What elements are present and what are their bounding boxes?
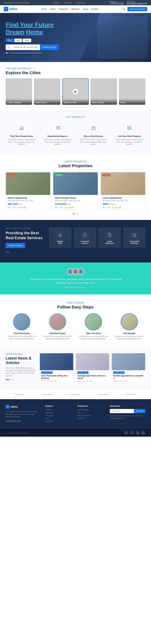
prop-grid: For Sale Interior Appartment 40 Broxan S… [6,172,145,210]
why-icon-3 [88,122,99,133]
nav-pages[interactable]: Pages [50,8,56,10]
footer-newsletter: Newsletter Subscribe 28 Windham Division… [110,405,145,423]
prop-badge-1: For Sale [7,174,15,176]
top-bar-account[interactable]: No Account [76,2,86,4]
search-property-button[interactable]: Search Property [6,243,25,248]
prop-title-3: Luxury Appartment [103,197,143,199]
step-card-1: 01 Find Real Estate Quisley tell us chos… [6,313,38,340]
footer-link-contact[interactable]: Contact Us [45,412,72,414]
top-bar: Welcome to Tolins Real Estate Support Wi… [0,0,151,5]
step-desc-4: Quisley tell us chose adipis ciche belo … [113,335,145,340]
social-twitter[interactable]: t [130,431,134,435]
newsletter-input[interactable] [110,409,134,413]
props-label: Latest Properties [6,160,145,163]
prop-badge-3: For Sale [102,174,110,176]
city-rome-label: Roma / Turkey [91,99,117,105]
footer-link-faq2[interactable]: FAQ [78,412,104,414]
social-facebook[interactable]: f [124,431,128,435]
news-dot-2[interactable] [11,379,14,380]
partners-section: #envato #envato #envato #envato #envato [0,389,151,399]
news-left: News & Blogs Latest News & Articles Lore… [6,353,36,384]
why-icon-2 [52,122,63,133]
why-card-2: Experienced Agents There many variation … [42,119,74,149]
news-title-3: Iterative approaches to corporate f... [113,374,144,380]
news-img-2 [76,353,109,370]
footer-link-add[interactable]: Add Properties [78,409,104,411]
nav-news[interactable]: News [83,8,88,10]
tab-buy[interactable]: Buy [6,38,14,42]
news-section: News & Blogs Latest News & Articles Lore… [0,348,151,389]
search-input[interactable] [12,44,40,50]
search-button[interactable]: Search Property [40,44,59,50]
social-googleplus[interactable]: g+ [141,431,145,435]
nav-properties[interactable]: Properties [59,8,68,10]
social-linkedin[interactable]: in [135,431,140,435]
footer-link-faq[interactable]: FAQ [45,418,72,419]
why-title-4: List Your Own Property [115,135,143,137]
footer-link-news[interactable]: Newsroom [45,420,72,422]
prop-address-1: 40 Broxan Street, New York, USA [8,200,48,202]
services-label: What Are You Looking [6,228,43,229]
dot-1[interactable] [73,213,74,214]
footer-link-agents[interactable]: Our Agents [45,415,72,416]
prop-img-1: For Sale [6,172,50,195]
newsletter-button[interactable]: Subscribe [134,409,145,413]
service-card-apt[interactable]: SweetApartment [98,228,121,248]
properties-section: Latest Properties Latest Properties For … [0,155,151,220]
footer-link-pricing[interactable]: Pricing Package [78,415,104,416]
footer-explore-title: Explore [45,405,72,407]
prop-title-1: Interior Appartment [8,197,48,199]
prop-card-1[interactable]: For Sale Interior Appartment 40 Broxan S… [6,172,50,210]
services-right: ModernVillas FurnishedHomes SweetApartme… [49,228,145,248]
top-bar-support[interactable]: Support [53,2,59,4]
cities-title: Explore the Cities [6,70,145,75]
footer-bottom: © Copyright 2022 by ####### f t in g+ [0,429,151,437]
footer-explore: Explore About Us Contact Us Our Agents F… [45,405,72,423]
prop-card-3[interactable]: For Sale Luxury Appartment 40 Broxan Str… [101,172,145,210]
footer-properties-title: Properties [78,405,104,407]
news-card-2[interactable]: 10 Nov, 2017 Leverage agile frame works … [76,353,109,384]
dot-2[interactable] [75,213,76,214]
city-card-dubai[interactable]: Dubai [119,78,145,105]
search-icon[interactable]: 🔍 [122,8,125,10]
news-card-1[interactable]: 10 Nov, 2020 Save Thousands Selling Your… [40,353,73,384]
nav-members[interactable]: Members [71,8,80,10]
city-card-paris[interactable]: Paris / France [34,78,60,105]
prop-img-2: Featured [53,172,98,195]
tab-sell[interactable]: Sell [14,38,22,42]
copyright: © Copyright 2022 by ####### [6,432,28,434]
news-card-3[interactable]: 10 Nov, 2020 Iterative approaches to cor… [111,353,145,384]
news-meta-3: Admin · 14 Comments [113,380,144,382]
hero-tabs: Buy Sell Rent [6,38,59,42]
svg-point-2 [93,127,94,128]
top-bar-wishlist[interactable]: Wish List [64,2,72,4]
dot-3[interactable] [77,213,78,214]
cities-label: Find New Properties [6,68,145,70]
news-dot-active[interactable] [6,379,10,380]
cities-grid: London / England Paris / France New York… [6,78,145,105]
hero-building-detail [98,17,147,58]
footer-link-about[interactable]: About Us [45,409,72,411]
add-property-button[interactable]: Add New Property [127,7,147,11]
nav-home[interactable]: Home [41,8,47,10]
nav-links: Home Pages Properties Members News Conta… [41,8,98,10]
prop-address-3: 40 Broxan Street, New York, USA [103,200,143,202]
city-card-rome[interactable]: Roma / Turkey [91,78,117,105]
prop-card-2[interactable]: Featured Mcnoll Design House 40 Broxan S… [53,172,98,210]
partner-3: #envato [71,393,80,396]
service-card-building[interactable]: CommercialBuilding [123,228,145,248]
service-card-villa[interactable]: ModernVillas [49,228,71,248]
home-icon [81,231,89,239]
footer-address: 28 Windham Division Street, New York, US… [110,415,145,419]
step-card-2: 02 Find Real Estate Quisley tell us chos… [42,313,74,340]
service-card-home[interactable]: FurnishedHomes [74,228,96,248]
prop-img-3: For Sale [101,172,145,195]
city-card-newyork[interactable]: New York / USA ▶ [62,78,89,105]
nav-contact[interactable]: Contact [91,8,98,10]
footer-brand-desc: Lorem ipsum dolor sitol lorem ipsum dolo… [6,410,40,418]
villa-icon [56,231,64,239]
footer-link-news2[interactable]: Newsroom [78,418,104,419]
svg-point-1 [59,126,59,127]
tab-rent[interactable]: Rent [23,38,31,42]
city-card-london[interactable]: London / England [6,78,32,105]
